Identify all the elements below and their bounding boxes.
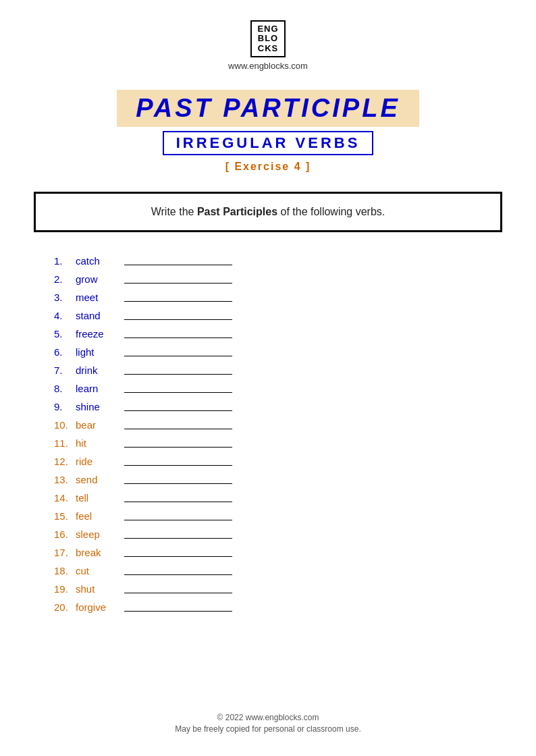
- logo-line3: CKS: [257, 44, 278, 53]
- verb-item: 13.send: [54, 470, 502, 488]
- verb-word: learn: [76, 383, 122, 394]
- verb-number: 12.: [54, 456, 76, 467]
- verb-answer-line: [124, 301, 232, 302]
- verb-word: break: [76, 547, 122, 558]
- verb-answer-line: [124, 447, 232, 448]
- verb-item: 9.shine: [54, 397, 502, 415]
- verb-item: 12.ride: [54, 452, 502, 470]
- verb-number: 16.: [54, 529, 76, 540]
- footer-note: May be freely copied for personal or cla…: [175, 724, 360, 734]
- verb-item: 15.feel: [54, 506, 502, 524]
- verb-answer-line: [124, 410, 232, 411]
- instruction-bold: Past Participles: [197, 206, 277, 217]
- verb-item: 14.tell: [54, 488, 502, 506]
- logo-area: ENG BLO CKS www.engblocks.com: [228, 20, 308, 71]
- verb-number: 6.: [54, 346, 76, 358]
- verb-item: 16.sleep: [54, 524, 502, 543]
- verb-item: 6.light: [54, 342, 502, 360]
- verb-word: hit: [76, 437, 122, 449]
- instruction-suffix: of the following verbs.: [277, 206, 385, 217]
- verb-word: cut: [76, 565, 122, 576]
- verb-answer-line: [124, 429, 232, 429]
- logo-line2: BLO: [257, 34, 278, 43]
- verb-number: 13.: [54, 474, 76, 485]
- logo-line1: ENG: [257, 24, 278, 34]
- verb-number: 7.: [54, 364, 76, 376]
- verb-item: 4.stand: [54, 306, 502, 324]
- verb-item: 20.forgive: [54, 597, 502, 616]
- verb-answer-line: [124, 319, 232, 320]
- verb-number: 10.: [54, 419, 76, 431]
- verb-number: 17.: [54, 547, 76, 558]
- verb-item: 5.freeze: [54, 324, 502, 342]
- verb-number: 8.: [54, 383, 76, 394]
- verb-answer-line: [124, 574, 232, 575]
- verb-word: ride: [76, 456, 122, 467]
- verb-item: 18.cut: [54, 561, 502, 579]
- verb-item: 7.drink: [54, 360, 502, 379]
- verb-number: 11.: [54, 437, 76, 449]
- page: ENG BLO CKS www.engblocks.com PAST PARTI…: [0, 0, 536, 756]
- verb-word: shut: [76, 583, 122, 595]
- verb-number: 18.: [54, 565, 76, 576]
- verb-item: 1.catch: [54, 251, 502, 269]
- verb-item: 11.hit: [54, 433, 502, 452]
- verb-answer-line: [124, 392, 232, 393]
- verb-answer-line: [124, 283, 232, 284]
- logo-box: ENG BLO CKS: [250, 20, 285, 57]
- verb-word: forgive: [76, 601, 122, 613]
- verb-word: drink: [76, 364, 122, 376]
- verb-word: meet: [76, 292, 122, 303]
- instruction-box: Write the Past Participles of the follow…: [34, 192, 502, 232]
- verb-number: 15.: [54, 510, 76, 522]
- verb-number: 3.: [54, 292, 76, 303]
- verb-word: shine: [76, 401, 122, 412]
- verb-item: 2.grow: [54, 269, 502, 288]
- verb-answer-line: [124, 538, 232, 539]
- verb-item: 3.meet: [54, 288, 502, 306]
- verb-word: feel: [76, 510, 122, 522]
- verb-number: 2.: [54, 273, 76, 285]
- verb-number: 4.: [54, 310, 76, 321]
- verb-item: 8.learn: [54, 379, 502, 397]
- verb-answer-line: [124, 556, 232, 557]
- verb-answer-line: [124, 611, 232, 612]
- footer: © 2022 www.engblocks.com May be freely c…: [175, 686, 360, 736]
- page-title-main: PAST PARTICIPLE: [117, 90, 419, 127]
- verb-word: light: [76, 346, 122, 358]
- verb-answer-line: [124, 593, 232, 593]
- page-title-sub: IRREGULAR VERBS: [163, 131, 374, 155]
- verb-word: freeze: [76, 328, 122, 340]
- verb-answer-line: [124, 465, 232, 466]
- verb-answer-line: [124, 265, 232, 265]
- website-url: www.engblocks.com: [228, 61, 308, 71]
- verb-number: 1.: [54, 255, 76, 267]
- verb-word: bear: [76, 419, 122, 431]
- footer-copyright: © 2022 www.engblocks.com: [175, 713, 360, 722]
- verb-word: catch: [76, 255, 122, 267]
- verb-answer-line: [124, 356, 232, 356]
- verb-answer-line: [124, 502, 232, 502]
- verb-answer-line: [124, 520, 232, 520]
- verb-number: 14.: [54, 492, 76, 504]
- verb-word: grow: [76, 273, 122, 285]
- verb-list: 1.catch2.grow3.meet4.stand5.freeze6.ligh…: [34, 251, 502, 616]
- verb-word: stand: [76, 310, 122, 321]
- verb-item: 17.break: [54, 543, 502, 561]
- verb-word: send: [76, 474, 122, 485]
- verb-answer-line: [124, 338, 232, 338]
- verb-answer-line: [124, 483, 232, 484]
- verb-answer-line: [124, 374, 232, 375]
- verb-number: 19.: [54, 583, 76, 595]
- verb-number: 5.: [54, 328, 76, 340]
- verb-item: 19.shut: [54, 579, 502, 597]
- verb-item: 10.bear: [54, 415, 502, 433]
- verb-number: 9.: [54, 401, 76, 412]
- verb-word: sleep: [76, 529, 122, 540]
- exercise-label: [ Exercise 4 ]: [225, 161, 311, 173]
- instruction-prefix: Write the: [151, 206, 197, 217]
- verb-word: tell: [76, 492, 122, 504]
- verb-number: 20.: [54, 601, 76, 613]
